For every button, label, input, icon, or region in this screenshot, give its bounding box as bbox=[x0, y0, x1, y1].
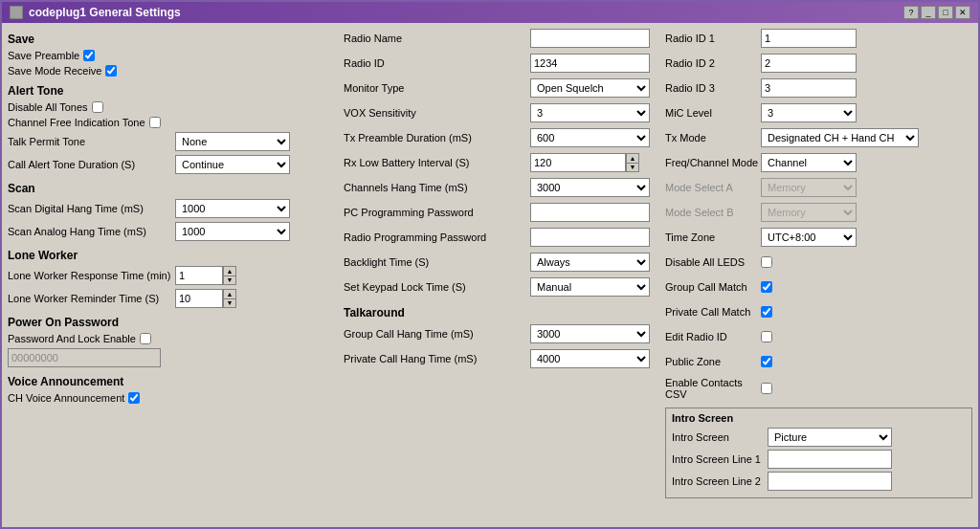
tx-preamble-select[interactable]: 060120 180240300 360420480 540600 bbox=[530, 128, 650, 147]
talkaround-header: Talkaround bbox=[344, 306, 659, 320]
mode-select-a-label: Mode Select A bbox=[665, 182, 761, 193]
lone-worker-response-up[interactable]: ▲ bbox=[224, 267, 235, 276]
time-zone-select[interactable]: UTC-12:00UTC-11:00 UTC-10:00UTC+8:00 UTC… bbox=[761, 228, 857, 247]
lone-worker-reminder-up[interactable]: ▲ bbox=[224, 290, 235, 299]
call-alert-select[interactable]: Continue Stop bbox=[175, 155, 290, 174]
channels-hang-select[interactable]: 05001000 150020002500 30003500 bbox=[530, 178, 650, 197]
talk-permit-select[interactable]: None Digital Analog Digital and Analog bbox=[175, 132, 290, 151]
voice-announcement-header: Voice Announcement bbox=[8, 375, 338, 388]
radio-id1-input[interactable] bbox=[761, 29, 857, 48]
intro-screen-line1-input[interactable] bbox=[768, 450, 892, 469]
group-call-hang-row: Group Call Hang Time (mS) 05001000 15002… bbox=[344, 324, 659, 343]
tx-mode-row: Tx Mode Designated CH + Hand CH Last Act… bbox=[665, 128, 972, 147]
scan-digital-select[interactable]: 1000 500 2000 bbox=[175, 199, 290, 218]
scan-analog-select[interactable]: 1000 500 2000 bbox=[175, 222, 290, 241]
close-button[interactable]: ✕ bbox=[955, 6, 970, 19]
scan-header: Scan bbox=[8, 182, 338, 195]
group-call-match-checkbox[interactable] bbox=[761, 281, 772, 293]
private-call-hang-select[interactable]: 05001000 150020002500 30004000 bbox=[530, 349, 650, 368]
password-lock-checkbox[interactable] bbox=[140, 333, 151, 344]
disable-all-leds-label: Disable All LEDS bbox=[665, 256, 761, 268]
pc-programming-input[interactable] bbox=[530, 203, 650, 222]
ch-voice-row: CH Voice Announcement bbox=[8, 392, 338, 404]
save-mode-receive-label: Save Mode Receive bbox=[8, 65, 101, 77]
channel-free-checkbox[interactable] bbox=[149, 117, 161, 128]
monitor-type-label: Monitor Type bbox=[344, 82, 530, 94]
radio-id2-input[interactable] bbox=[761, 54, 857, 73]
keypad-lock-row: Set Keypad Lock Time (S) Manual 5101520 bbox=[344, 277, 659, 297]
rx-low-battery-row: Rx Low Battery Interval (S) ▲ ▼ bbox=[344, 153, 659, 172]
save-preamble-row: Save Preamble bbox=[8, 50, 338, 61]
rx-low-battery-input[interactable] bbox=[530, 153, 626, 172]
lone-worker-response-input[interactable] bbox=[175, 266, 223, 285]
lone-worker-reminder-down[interactable]: ▼ bbox=[224, 299, 235, 308]
power-on-password-input[interactable] bbox=[8, 348, 161, 367]
maximize-button[interactable]: □ bbox=[938, 6, 953, 19]
lone-worker-response-row: Lone Worker Response Time (min) ▲ ▼ bbox=[8, 266, 338, 285]
mode-select-b-select[interactable]: Memory bbox=[761, 203, 857, 222]
lone-worker-response-down[interactable]: ▼ bbox=[224, 276, 235, 285]
private-call-hang-label: Private Call Hang Time (mS) bbox=[344, 353, 530, 364]
intro-screen-label: Intro Screen bbox=[672, 431, 768, 443]
enable-contacts-csv-label: Enable Contacts CSV bbox=[665, 377, 761, 400]
private-call-match-checkbox[interactable] bbox=[761, 306, 772, 318]
radio-id2-row: Radio ID 2 bbox=[665, 54, 972, 73]
monitor-type-select[interactable]: Open Squelch Silent Silent + Open Squelc… bbox=[530, 78, 650, 98]
edit-radio-id-row: Edit Radio ID bbox=[665, 327, 972, 346]
intro-screen-line1-row: Intro Screen Line 1 bbox=[672, 450, 966, 469]
lone-worker-response-spin-buttons: ▲ ▼ bbox=[223, 266, 236, 285]
call-alert-row: Call Alert Tone Duration (S) Continue St… bbox=[8, 155, 338, 174]
radio-programming-input[interactable] bbox=[530, 228, 650, 247]
enable-contacts-csv-checkbox[interactable] bbox=[761, 383, 772, 394]
help-button[interactable]: ? bbox=[903, 6, 919, 19]
group-call-match-row: Group Call Match bbox=[665, 277, 972, 297]
freq-channel-row: Freq/Channel Mode Channel Frequency bbox=[665, 153, 972, 172]
radio-id3-input[interactable] bbox=[761, 78, 857, 98]
radio-id-input[interactable] bbox=[530, 54, 650, 73]
rx-low-battery-label: Rx Low Battery Interval (S) bbox=[344, 157, 530, 168]
ch-voice-checkbox[interactable] bbox=[128, 392, 140, 404]
freq-channel-select[interactable]: Channel Frequency bbox=[761, 153, 857, 172]
public-zone-label: Public Zone bbox=[665, 356, 761, 367]
mic-level-select[interactable]: 123 456 78910 bbox=[761, 103, 857, 122]
public-zone-checkbox[interactable] bbox=[761, 356, 772, 367]
ch-voice-label: CH Voice Announcement bbox=[8, 392, 124, 404]
vox-sensitivity-select[interactable]: 123 456 78910 bbox=[530, 103, 650, 122]
rx-low-battery-up[interactable]: ▲ bbox=[627, 154, 638, 164]
disable-all-tones-row: Disable All Tones bbox=[8, 101, 338, 113]
pc-programming-label: PC Programming Password bbox=[344, 207, 530, 218]
scan-digital-label: Scan Digital Hang Time (mS) bbox=[8, 203, 175, 214]
intro-screen-line2-label: Intro Screen Line 2 bbox=[672, 475, 768, 487]
save-mode-receive-checkbox[interactable] bbox=[105, 65, 117, 77]
power-on-password-row bbox=[8, 348, 338, 367]
window-title: codeplug1 General Settings bbox=[29, 6, 181, 19]
keypad-lock-select[interactable]: Manual 5101520 bbox=[530, 277, 650, 297]
mode-select-a-select[interactable]: Memory bbox=[761, 178, 857, 197]
intro-screen-select[interactable]: Picture Character String bbox=[768, 428, 892, 447]
password-lock-row: Password And Lock Enable bbox=[8, 333, 338, 344]
channels-hang-label: Channels Hang Time (mS) bbox=[344, 182, 530, 193]
backlight-select[interactable]: Always 51015 202530 bbox=[530, 253, 650, 272]
mode-select-b-row: Mode Select B Memory bbox=[665, 203, 972, 222]
save-preamble-checkbox[interactable] bbox=[83, 50, 95, 61]
minimize-button[interactable]: _ bbox=[921, 6, 936, 19]
lone-worker-reminder-input[interactable] bbox=[175, 289, 223, 308]
intro-screen-section: Intro Screen Intro Screen Picture Charac… bbox=[665, 408, 972, 498]
group-call-hang-select[interactable]: 05001000 150020002500 30003500 bbox=[530, 324, 650, 343]
disable-all-leds-checkbox[interactable] bbox=[761, 256, 772, 268]
lone-worker-response-label: Lone Worker Response Time (min) bbox=[8, 270, 175, 281]
edit-radio-id-checkbox[interactable] bbox=[761, 331, 772, 342]
title-bar-buttons: ? _ □ ✕ bbox=[903, 6, 970, 19]
radio-name-input[interactable] bbox=[530, 29, 650, 48]
rx-low-battery-spin-buttons: ▲ ▼ bbox=[626, 153, 639, 172]
tx-mode-select[interactable]: Designated CH + Hand CH Last Active CH D… bbox=[761, 128, 919, 147]
rx-low-battery-down[interactable]: ▼ bbox=[627, 164, 638, 172]
save-header: Save bbox=[8, 33, 338, 46]
disable-all-leds-row: Disable All LEDS bbox=[665, 253, 972, 272]
intro-screen-line2-input[interactable] bbox=[768, 472, 892, 491]
channels-hang-row: Channels Hang Time (mS) 05001000 1500200… bbox=[344, 178, 659, 197]
main-window: codeplug1 General Settings ? _ □ ✕ Save … bbox=[0, 0, 980, 529]
disable-all-tones-checkbox[interactable] bbox=[92, 101, 103, 113]
private-call-hang-row: Private Call Hang Time (mS) 05001000 150… bbox=[344, 349, 659, 368]
tx-mode-label: Tx Mode bbox=[665, 132, 761, 143]
